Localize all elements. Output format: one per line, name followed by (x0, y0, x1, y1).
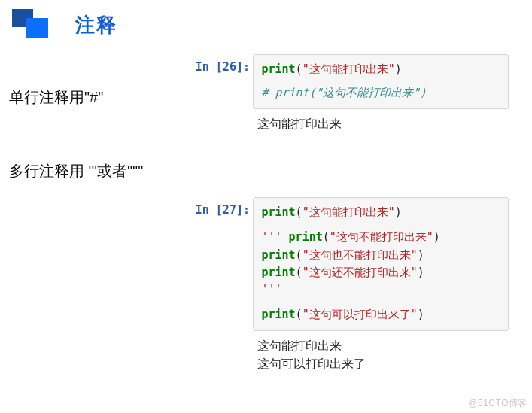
token-paren: ( (296, 62, 302, 76)
token-fn: print (261, 248, 295, 262)
token-paren: ) (395, 62, 402, 76)
logo-square-front (26, 18, 48, 38)
page-title: 注释 (75, 12, 117, 38)
code-line: ''' print("这句不能打印出来") (261, 229, 500, 246)
multi-line-comment-desc: 多行注释用 '''或者""" (9, 161, 143, 181)
token-str: "这句还不能打印出来" (302, 266, 418, 279)
token-paren: ( (296, 308, 302, 321)
code-line: ''' (261, 281, 500, 299)
token-str: "这句不能打印出来" (330, 230, 433, 244)
code-input: print("这句能打印出来") # print("这句不能打印出来") (253, 54, 509, 109)
token-str: "这句可以打印出来了" (302, 308, 418, 321)
token-str: "这句能打印出来" (302, 205, 395, 219)
logo (12, 9, 48, 39)
code-line: print("这句可以打印出来了") (261, 306, 500, 323)
token-str: "这句能打印出来" (302, 62, 395, 76)
token-paren: ) (395, 205, 402, 219)
token-fn: print (261, 62, 295, 76)
code-line: print("这句也不能打印出来") (261, 247, 500, 264)
blank-line (261, 221, 500, 229)
blank-line (261, 299, 500, 306)
token-fn: print (289, 230, 323, 244)
token-paren: ( (296, 205, 302, 219)
token-str: "这句也不能打印出来" (302, 248, 418, 262)
code-cell-26: In [26]: print("这句能打印出来") # print("这句不能打… (181, 54, 524, 135)
code-line: print("这句能打印出来") (261, 61, 500, 78)
single-line-comment-desc: 单行注释用"#" (9, 87, 103, 108)
cell-prompt: In [27]: (181, 197, 250, 217)
code-cell-27: In [27]: print("这句能打印出来") ''' print("这句不… (181, 197, 524, 375)
cell-output: 这句能打印出来 这句可以打印出来了 (256, 336, 512, 375)
token-paren: ( (296, 266, 302, 279)
code-comment: # print("这句不能打印出来") (261, 84, 500, 102)
token-str: ''' (261, 283, 281, 296)
token-paren: ) (433, 230, 440, 244)
token-paren: ) (418, 266, 424, 279)
token-fn: print (261, 308, 295, 321)
token-paren: ) (418, 308, 424, 321)
token-fn: print (261, 205, 295, 219)
token-paren: ) (418, 248, 424, 262)
code-line: print("这句还不能打印出来") (261, 264, 500, 281)
blank-line (261, 78, 500, 84)
token-str: ''' (261, 230, 288, 244)
token-paren: ( (323, 230, 330, 244)
code-input: print("这句能打印出来") ''' print("这句不能打印出来") p… (253, 197, 509, 331)
token-fn: print (261, 266, 295, 279)
token-paren: ( (296, 248, 302, 262)
code-line: print("这句能打印出来") (261, 204, 500, 221)
cell-output: 这句能打印出来 (256, 114, 512, 135)
watermark: @51CTO博客 (468, 397, 527, 410)
cell-prompt: In [26]: (181, 54, 250, 74)
